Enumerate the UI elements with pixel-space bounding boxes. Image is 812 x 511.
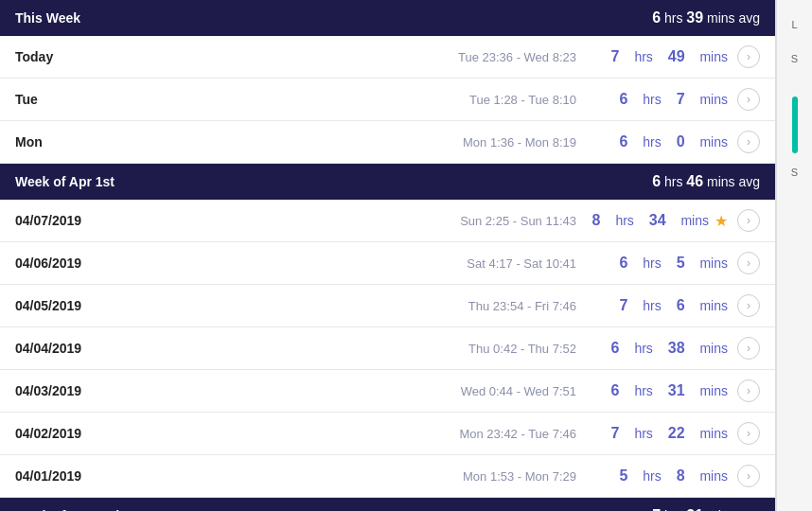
- chevron-button[interactable]: ›: [737, 252, 760, 274]
- dur-hrs: 6: [611, 340, 620, 357]
- dur-hrs-label: hrs: [634, 426, 652, 441]
- dur-hrs-label: hrs: [643, 298, 661, 313]
- this-week-title: This Week: [15, 10, 80, 26]
- table-row[interactable]: 04/02/2019Mon 23:42 - Tue 7:467 hrs 22 m…: [0, 413, 775, 455]
- apr1-title: Week of Apr 1st: [15, 174, 115, 189]
- table-row[interactable]: 04/03/2019Wed 0:44 - Wed 7:516 hrs 31 mi…: [0, 370, 775, 413]
- dur-hrs: 7: [611, 425, 620, 442]
- row-time-range: Tue 1:28 - Tue 8:10: [148, 93, 595, 107]
- row-time-range: Mon 1:36 - Mon 8:19: [148, 135, 595, 150]
- dur-mins-label: mins: [699, 298, 728, 313]
- dur-mins-val: 22: [668, 425, 685, 442]
- dur-hrs: 6: [620, 91, 628, 108]
- table-row[interactable]: 04/06/2019Sat 4:17 - Sat 10:416 hrs 5 mi…: [0, 242, 775, 285]
- dur-hrs: 6: [620, 255, 628, 272]
- row-label: Today: [15, 49, 148, 64]
- dur-mins-val: 49: [668, 48, 685, 65]
- chevron-button[interactable]: ›: [737, 131, 760, 153]
- dur-hrs: 7: [620, 297, 628, 314]
- mar25-avg-hrs: 7: [652, 507, 661, 511]
- table-row[interactable]: TueTue 1:28 - Tue 8:106 hrs 7 mins›: [0, 79, 775, 121]
- row-label: 04/04/2019: [15, 341, 148, 356]
- apr1-avg-hrs: 6: [652, 173, 661, 189]
- row-label: 04/05/2019: [15, 298, 148, 313]
- sidebar-right-l[interactable]: L: [780, 9, 810, 40]
- row-label: Tue: [15, 92, 148, 107]
- chevron-button[interactable]: ›: [737, 465, 760, 487]
- mar25-avg: 7 hrs 31 mins avg: [652, 507, 760, 511]
- chevron-button[interactable]: ›: [737, 209, 760, 232]
- row-duration: 6 hrs 31 mins: [595, 382, 728, 399]
- table-row[interactable]: 04/04/2019Thu 0:42 - Thu 7:526 hrs 38 mi…: [0, 327, 775, 370]
- this-week-avg-hrs-label: hrs: [664, 10, 686, 26]
- row-time-range: Tue 23:36 - Wed 8:23: [148, 50, 595, 64]
- dur-mins-val: 8: [677, 467, 685, 485]
- dur-mins-label: mins: [699, 49, 728, 64]
- row-duration: 7 hrs 49 mins: [595, 48, 728, 65]
- table-row[interactable]: 04/01/2019Mon 1:53 - Mon 7:295 hrs 8 min…: [0, 455, 775, 498]
- this-week-header: This Week 6 hrs 39 mins avg: [0, 0, 775, 36]
- dur-mins-label: mins: [699, 383, 728, 398]
- chevron-button[interactable]: ›: [737, 337, 760, 360]
- dur-hrs: 6: [611, 382, 620, 399]
- row-duration: 6 hrs 38 mins: [595, 340, 728, 357]
- table-row[interactable]: 04/07/2019Sun 2:25 - Sun 11:438 hrs 34 m…: [0, 200, 775, 242]
- this-week-avg-mins-label: mins avg: [707, 10, 760, 26]
- table-row[interactable]: 04/05/2019Thu 23:54 - Fri 7:467 hrs 6 mi…: [0, 285, 775, 327]
- row-time-range: Thu 0:42 - Thu 7:52: [148, 342, 595, 356]
- row-label: 04/06/2019: [15, 256, 148, 271]
- row-duration: 5 hrs 8 mins: [595, 467, 728, 485]
- row-duration: 8 hrs 34 mins★: [595, 212, 728, 230]
- sidebar-right-s1[interactable]: S: [780, 44, 810, 74]
- dur-mins-label: mins: [699, 134, 728, 150]
- dur-hrs: 5: [620, 467, 628, 485]
- dur-hrs-label: hrs: [643, 92, 661, 107]
- apr1-avg-mins-label: mins avg: [707, 174, 760, 189]
- row-label: 04/07/2019: [15, 213, 148, 228]
- table-row[interactable]: MonMon 1:36 - Mon 8:196 hrs 0 mins›: [0, 121, 775, 164]
- sidebar-right-s2[interactable]: S: [780, 157, 810, 187]
- mar25-avg-mins-val: 31: [686, 507, 703, 511]
- row-label: 04/02/2019: [15, 426, 148, 441]
- dur-mins-label: mins: [699, 92, 728, 107]
- row-duration: 7 hrs 22 mins: [595, 425, 728, 442]
- dur-hrs: 8: [592, 212, 601, 229]
- dur-hrs-label: hrs: [643, 468, 661, 484]
- dur-mins-val: 31: [668, 382, 685, 399]
- this-week-rows: TodayTue 23:36 - Wed 8:237 hrs 49 mins›T…: [0, 36, 775, 164]
- this-week-avg-mins-val: 39: [686, 9, 703, 26]
- row-label: Mon: [15, 134, 148, 150]
- dur-mins-val: 7: [677, 91, 685, 108]
- dur-hrs-label: hrs: [634, 341, 652, 356]
- right-sidebar: L S S: [776, 0, 812, 511]
- chevron-button[interactable]: ›: [737, 45, 760, 68]
- row-duration: 6 hrs 7 mins: [595, 91, 728, 108]
- chevron-button[interactable]: ›: [737, 422, 760, 445]
- row-label: 04/01/2019: [15, 468, 148, 484]
- main-scroll-area[interactable]: This Week 6 hrs 39 mins avg TodayTue 23:…: [0, 0, 776, 511]
- dur-mins-label: mins: [699, 426, 728, 441]
- dur-mins-label: mins: [699, 256, 728, 271]
- dur-hrs-label: hrs: [615, 213, 633, 228]
- row-duration: 6 hrs 5 mins: [595, 255, 728, 272]
- mar25-header: Week of Mar 25th 7 hrs 31 mins avg: [0, 498, 775, 511]
- table-row[interactable]: TodayTue 23:36 - Wed 8:237 hrs 49 mins›: [0, 36, 775, 79]
- dur-hrs-label: hrs: [634, 49, 652, 64]
- dur-hrs-label: hrs: [643, 134, 661, 150]
- this-week-avg: 6 hrs 39 mins avg: [652, 9, 760, 26]
- chevron-button[interactable]: ›: [737, 294, 760, 317]
- teal-scroll-indicator: [792, 97, 798, 153]
- dur-mins-val: 0: [677, 133, 685, 150]
- star-icon: ★: [715, 212, 728, 230]
- dur-mins-val: 34: [649, 212, 666, 229]
- dur-mins-val: 38: [668, 340, 685, 357]
- row-time-range: Sat 4:17 - Sat 10:41: [148, 256, 595, 271]
- dur-hrs-label: hrs: [643, 256, 661, 271]
- dur-mins-label: mins: [680, 213, 709, 228]
- row-time-range: Sun 2:25 - Sun 11:43: [148, 214, 595, 228]
- dur-hrs: 7: [611, 48, 620, 65]
- apr1-avg: 6 hrs 46 mins avg: [652, 173, 760, 190]
- chevron-button[interactable]: ›: [737, 379, 760, 402]
- chevron-button[interactable]: ›: [737, 88, 760, 111]
- row-label: 04/03/2019: [15, 383, 148, 398]
